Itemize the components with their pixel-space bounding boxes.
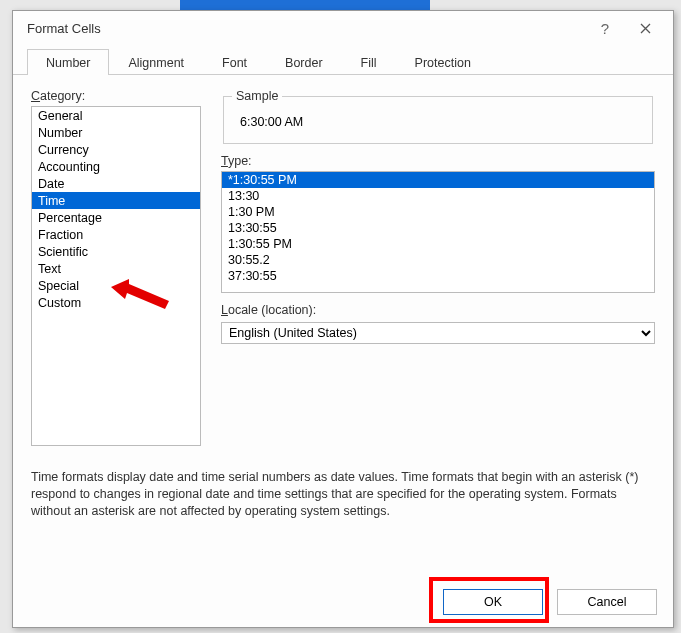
category-panel: Category: General Number Currency Accoun… [31,89,213,446]
list-item[interactable]: 13:30 [222,188,654,204]
tab-font[interactable]: Font [203,49,266,75]
close-button[interactable] [625,13,665,43]
sample-fieldset: Sample 6:30:00 AM [223,89,653,144]
cancel-button[interactable]: Cancel [557,589,657,615]
locale-select[interactable]: English (United States) [221,322,655,344]
format-description: Time formats display date and time seria… [31,469,655,520]
category-label: Category: [31,89,213,103]
tab-protection[interactable]: Protection [396,49,490,75]
tab-border[interactable]: Border [266,49,342,75]
list-item[interactable]: Number [32,124,200,141]
list-item[interactable]: Text [32,260,200,277]
list-item[interactable]: Custom [32,294,200,311]
ok-button[interactable]: OK [443,589,543,615]
list-item[interactable]: Special [32,277,200,294]
list-item[interactable]: Scientific [32,243,200,260]
titlebar: Format Cells ? [13,11,673,45]
list-item[interactable]: Date [32,175,200,192]
tab-number[interactable]: Number [27,49,109,75]
list-item-selected[interactable]: Time [32,192,200,209]
sample-value: 6:30:00 AM [236,113,640,131]
dialog-footer: OK Cancel [443,589,657,615]
format-cells-dialog: Format Cells ? Number Alignment Font Bor… [12,10,674,628]
list-item[interactable]: 37:30:55 [222,268,654,284]
type-list[interactable]: *1:30:55 PM 13:30 1:30 PM 13:30:55 1:30:… [221,171,655,293]
tab-bar: Number Alignment Font Border Fill Protec… [13,45,673,75]
list-item[interactable]: 1:30:55 PM [222,236,654,252]
list-item-selected[interactable]: *1:30:55 PM [222,172,654,188]
sample-label: Sample [232,89,282,103]
locale-panel: Locale (location): English (United State… [221,303,655,344]
list-item[interactable]: 1:30 PM [222,204,654,220]
category-list[interactable]: General Number Currency Accounting Date … [31,106,201,446]
type-label: Type: [221,154,655,168]
locale-label: Locale (location): [221,303,655,317]
background-ribbon [180,0,430,10]
help-button[interactable]: ? [585,13,625,43]
list-item[interactable]: Currency [32,141,200,158]
dialog-title: Format Cells [27,21,101,36]
list-item[interactable]: General [32,107,200,124]
list-item[interactable]: Accounting [32,158,200,175]
list-item[interactable]: 13:30:55 [222,220,654,236]
close-icon [640,23,651,34]
list-item[interactable]: 30:55.2 [222,252,654,268]
list-item[interactable]: Fraction [32,226,200,243]
tab-fill[interactable]: Fill [342,49,396,75]
list-item[interactable]: Percentage [32,209,200,226]
details-panel: Sample 6:30:00 AM Type: *1:30:55 PM 13:3… [221,89,655,344]
tab-alignment[interactable]: Alignment [109,49,203,75]
